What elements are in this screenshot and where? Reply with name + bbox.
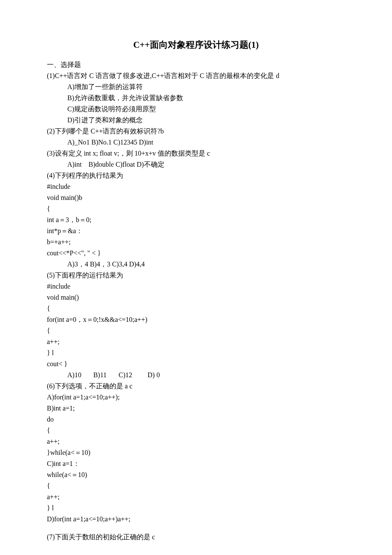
q4-code-line: void main()b — [47, 193, 345, 203]
q1-option-b: B)允许函数重载，并允许设置缺省参数 — [47, 93, 345, 103]
section-heading: 一、选择题 — [47, 60, 345, 70]
q4-code-line: int a＝3，b＝0; — [47, 215, 345, 225]
q5-code-line: { — [47, 304, 345, 314]
q5-options: A)10 B)11 C)12 D) 0 — [47, 370, 345, 380]
q1-option-a: A)增加了一些新的运算符 — [47, 82, 345, 92]
q6-option-c-line: { — [47, 481, 345, 491]
q6-option-c-line: while(a<＝10) — [47, 470, 345, 480]
q5-code-line: for(int a=0，x＝0;!x&&a<=10;a++) — [47, 315, 345, 325]
q4-options: A)3，4 B)4，3 C)3,4 D)4,4 — [47, 259, 345, 269]
page-title: C++面向对象程序设计练习题(1) — [47, 38, 345, 52]
q6-option-b-line: { — [47, 425, 345, 436]
q6-option-d: D)for(int a=1;a<=10;a++)a++; — [47, 514, 345, 524]
q5-code-line: { — [47, 326, 345, 336]
q4-code-line: #include — [47, 182, 345, 192]
q6-stem: (6)下列选项，不正确的是 a c — [47, 381, 345, 391]
q6-option-c-line: } l — [47, 503, 345, 513]
q6-option-c-line: C)int a=1： — [47, 459, 345, 469]
q5-stem: (5)下面程序的运行结果为 — [47, 270, 345, 280]
q6-option-a: A)for(int a=1;a<=10;a++); — [47, 392, 345, 402]
q6-option-b-line: a++; — [47, 436, 345, 447]
q7-stem: (7)下面关于数组的初始化正确的是 c — [47, 532, 345, 542]
q3-stem: (3)设有定义 int x; float v;，则 10+x+v 值的数据类型是… — [47, 148, 345, 159]
q1-option-d: D)引进了类和对象的概念 — [47, 115, 345, 125]
q3-options: A)int B)double C)float D)不确定 — [47, 159, 345, 170]
q4-code-line: cout<<*P<<", " < } — [47, 248, 345, 258]
q6-option-b-line: do — [47, 414, 345, 425]
q5-code-line: a++; — [47, 337, 345, 347]
q5-code-line: #include — [47, 281, 345, 292]
q4-code-line: int*p＝&a： — [47, 226, 345, 236]
q2-options: A)_No1 B)No.1 C)12345 D)int — [47, 137, 345, 147]
q1-option-c: C)规定函数说明符必须用原型 — [47, 104, 345, 114]
q4-code-line: b=+a++; — [47, 237, 345, 247]
q4-code-line: { — [47, 204, 345, 214]
q4-stem: (4)下列程序的执行结果为 — [47, 171, 345, 181]
q6-option-b-line: }while(a<＝10) — [47, 448, 345, 458]
q2-stem: (2)下列哪个是 C++语言的有效标识符?b — [47, 126, 345, 136]
q1-stem: (1)C++语言对 C 语言做了很多改进,C++语言相对于 C 语言的最根本的变… — [47, 71, 345, 81]
q5-code-line: void main() — [47, 292, 345, 303]
q5-code-line: } l — [47, 348, 345, 358]
q6-option-c-line: a++; — [47, 492, 345, 502]
q5-code-line: cout< } — [47, 359, 345, 369]
q6-option-b-line: B)int a=1; — [47, 403, 345, 413]
